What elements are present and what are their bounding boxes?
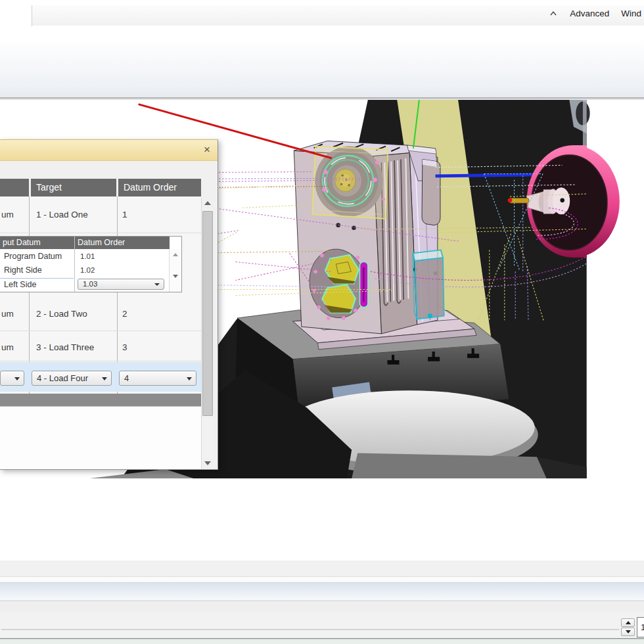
menu-advanced[interactable]: Advanced xyxy=(570,9,609,18)
stock-box-outline xyxy=(312,147,388,219)
row4-order-dropdown[interactable]: 4 xyxy=(119,371,196,386)
scroll-up-icon xyxy=(204,201,211,205)
nested-datum-table: put Datum Datum Order Program Datum 1.01… xyxy=(0,236,182,292)
spinner-up-button[interactable] xyxy=(621,618,635,627)
chevron-down-icon xyxy=(154,283,160,286)
scroll-up-icon[interactable] xyxy=(173,253,178,256)
simulation-slider[interactable] xyxy=(1,629,619,630)
bottom-footer xyxy=(0,639,644,644)
dialog-lower-panel xyxy=(0,406,201,469)
tool-shank xyxy=(509,198,529,203)
speed-spinner xyxy=(621,618,635,636)
bottom-separator xyxy=(0,577,644,582)
datum-order-dialog: × Target Datum Order um 1 - Load One 1 p… xyxy=(0,139,218,470)
spinner-value-field[interactable]: 1 xyxy=(637,617,644,637)
scrollbar-thumb[interactable] xyxy=(202,211,213,416)
scroll-up-button[interactable] xyxy=(202,198,213,208)
simulation-bar xyxy=(0,612,644,638)
quick-access-tab[interactable] xyxy=(0,5,32,26)
row4-target-dropdown[interactable]: 4 - Load Four xyxy=(32,371,112,386)
ribbon-area xyxy=(0,26,644,99)
chevron-down-icon xyxy=(14,377,20,380)
table-footer-bar xyxy=(0,394,201,406)
column-header-target: Target xyxy=(31,179,116,196)
dialog-scrollbar[interactable] xyxy=(201,198,213,469)
spin-down-icon xyxy=(626,630,631,633)
column-header-datum-order: Datum Order xyxy=(118,179,201,196)
column-header-datum xyxy=(0,179,29,196)
spinner-down-button[interactable] xyxy=(621,628,635,636)
nested-editing-cell[interactable]: Left Side xyxy=(0,278,74,291)
dialog-title-bar[interactable]: × xyxy=(0,140,218,161)
window-top-strip xyxy=(0,0,644,5)
chevron-down-icon xyxy=(102,377,107,380)
nested-row-order[interactable]: 1.01 xyxy=(80,252,95,260)
nested-row-order[interactable]: 1.02 xyxy=(80,266,95,274)
bottom-panel-bar xyxy=(0,582,644,601)
nested-order-dropdown[interactable]: 1.03 xyxy=(78,279,164,290)
nested-header-order: Datum Order xyxy=(75,237,170,249)
close-icon[interactable]: × xyxy=(200,143,214,156)
nested-header-datum: put Datum xyxy=(0,237,74,249)
menu-window[interactable]: Wind xyxy=(621,9,641,18)
spin-up-icon xyxy=(626,621,631,624)
bottom-toolbar xyxy=(0,601,644,613)
nested-row-name[interactable]: Program Datum xyxy=(4,252,62,261)
workpiece-upper-boss[interactable] xyxy=(312,147,388,219)
scroll-down-button[interactable] xyxy=(202,458,213,469)
nested-scrollbar[interactable] xyxy=(169,249,181,292)
chevron-down-icon xyxy=(187,377,192,380)
fixture-clamp-block xyxy=(422,159,440,225)
status-bar xyxy=(0,561,644,577)
tool-tip xyxy=(508,198,513,203)
row4-col0-dropdown[interactable] xyxy=(0,371,24,386)
scroll-down-icon xyxy=(204,461,211,465)
scroll-down-icon[interactable] xyxy=(173,275,178,278)
selected-table-row[interactable]: 4 - Load Four 4 xyxy=(0,362,201,392)
menu-bar xyxy=(0,5,644,26)
nested-row-name[interactable]: Right Side xyxy=(4,265,42,275)
collapse-ribbon-icon[interactable] xyxy=(549,9,558,18)
